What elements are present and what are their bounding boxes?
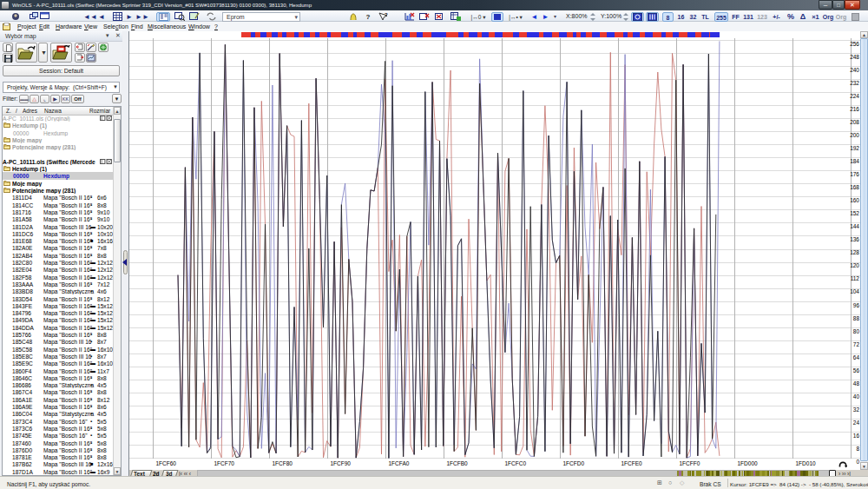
svg-text:?: ? xyxy=(385,12,388,17)
